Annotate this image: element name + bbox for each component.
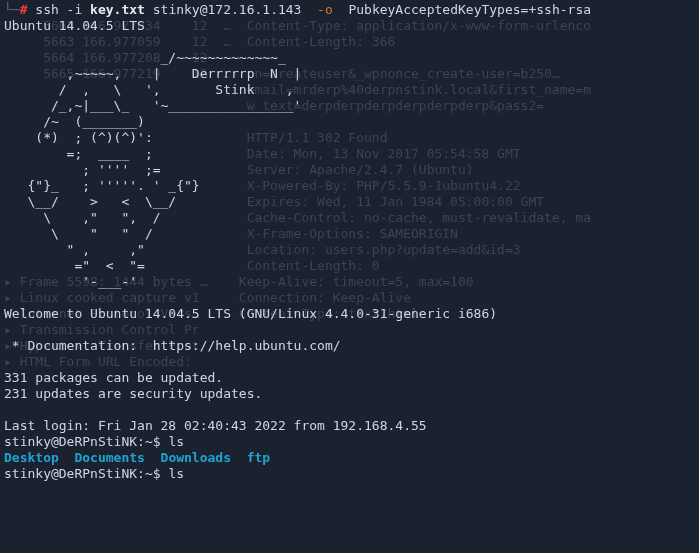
- motd-line: Last login: Fri Jan 28 02:40:43 2022 fro…: [4, 418, 427, 433]
- ssh-keyfile: key.txt: [90, 2, 145, 17]
- dir-desktop: Desktop: [4, 450, 59, 465]
- shell-prompt-current[interactable]: stinky@DeRPnStiNK:~$ ls: [4, 466, 184, 481]
- login-banner: Ubuntu 14.04.5 LTS: [4, 18, 145, 33]
- motd-line: Welcome to Ubuntu 14.04.5 LTS (GNU/Linux…: [4, 306, 497, 321]
- prompt-text: stinky@DeRPnStiNK:~$: [4, 434, 168, 449]
- dir-downloads: Downloads: [161, 450, 231, 465]
- motd-line: * Documentation: https://help.ubuntu.com…: [4, 338, 341, 353]
- shell-prompt[interactable]: stinky@DeRPnStiNK:~$ ls: [4, 434, 184, 449]
- terminal-window[interactable]: └─ 5662 166.977034 12 … Content-Type: ap…: [0, 0, 699, 553]
- ssh-flag-o: -o: [317, 2, 333, 17]
- motd-line: 231 updates are security updates.: [4, 386, 262, 401]
- ssh-target: stinky@172.16.1.143: [145, 2, 317, 17]
- typed-command: ls: [168, 434, 184, 449]
- ssh-option-value: PubkeyAcceptedKeyTypes=+ssh-rsa: [333, 2, 591, 17]
- prompt-text: stinky@DeRPnStiNK:~$: [4, 466, 168, 481]
- root-prompt-hash: #: [20, 2, 28, 17]
- motd-line: 331 packages can be updated.: [4, 370, 223, 385]
- ls-output: Desktop Documents Downloads ftp: [4, 450, 270, 465]
- typed-command: ls: [168, 466, 184, 481]
- terminal-output[interactable]: └─# ssh -i key.txt stinky@172.16.1.143 -…: [0, 0, 699, 484]
- dir-ftp: ftp: [247, 450, 270, 465]
- ssh-command-part: ssh -i: [35, 2, 90, 17]
- dir-documents: Documents: [74, 450, 144, 465]
- ascii-art: _/~~~~~~~~~~~~~_ ,~~~~~, | Derrrrrp N | …: [4, 50, 301, 289]
